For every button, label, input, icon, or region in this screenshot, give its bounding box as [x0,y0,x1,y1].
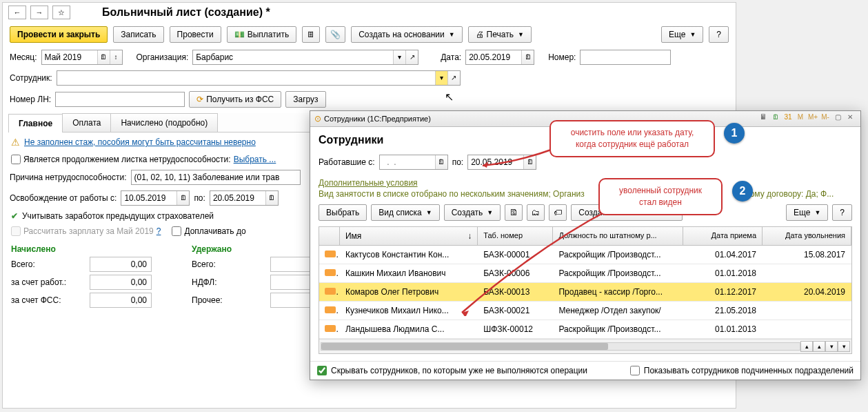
free-to-input[interactable]: 🗓 [210,190,279,206]
create-button[interactable]: Создать▼ [444,204,501,221]
calendar-icon[interactable]: 🗓 [176,191,189,205]
col-position[interactable]: Должность по штатному р... [553,227,683,245]
stepper-icon[interactable]: ↕ [110,50,122,64]
col-name[interactable]: Имя ↓ [340,227,478,245]
prev-insurers-label: Учитывать заработок предыдущих страховат… [22,211,214,221]
more-button[interactable]: Еще▼ [661,26,703,43]
forward-button[interactable]: → [30,6,48,19]
tab-pay[interactable]: Оплата [62,113,111,132]
cause-input[interactable] [131,170,301,185]
more2-button[interactable]: Еще▼ [786,204,828,221]
employee-icon [325,288,336,295]
show-sub-checkbox[interactable] [630,366,640,375]
payout-button[interactable]: 💵Выплатить [227,26,297,43]
employee-icon [325,325,336,332]
extra-conditions-link[interactable]: Дополнительные условия [319,178,852,188]
table-row[interactable]: Кашкин Михаил Иванович БАЗК-00006 Раскро… [319,264,851,283]
employee-label: Сотрудник: [10,73,52,83]
continuation-checkbox[interactable] [11,155,21,164]
calendar-icon[interactable]: 🗓 [265,191,278,205]
print-form-button[interactable]: 🗏 [302,26,320,43]
cell-name: Кузнечиков Михаил Нико... [340,302,478,320]
callout-badge-1: 1 [724,123,745,144]
worked-from-input[interactable]: 🗓 [379,155,448,170]
scroll-down-button[interactable]: ▾ [825,341,838,352]
post-button[interactable]: Провести [170,26,221,43]
col-fire[interactable]: Дата увольнения [763,227,851,245]
calendar-icon[interactable]: 🗓 [435,155,447,169]
cell-fire: 15.08.2017 [763,246,851,264]
employee-input[interactable]: ▾ ↗ [57,70,461,86]
worked-to-input[interactable]: 🗓 [467,155,536,170]
favorite-button[interactable]: ☆ [52,6,70,19]
save-button[interactable]: Записать [113,26,163,43]
table-row[interactable]: Ландышева Людмила С... ШФЗК-00012 Раскро… [319,320,851,339]
close-button[interactable]: ✕ [844,113,856,124]
recalc-help[interactable]: ? [157,226,161,236]
pick-button[interactable]: Выбрать [319,204,367,221]
extra-pay-checkbox[interactable] [172,226,181,236]
tag-button[interactable]: 🏷 [549,204,567,221]
calendar-icon[interactable]: 🗓 [523,155,536,169]
total-label: Всего: [11,259,87,269]
scroll-bottom-button[interactable]: ▾ [838,341,850,352]
warning-link[interactable]: Не заполнен стаж, пособия могут быть рас… [24,137,256,147]
view-button[interactable]: Вид списка▼ [371,204,439,221]
scroll-track[interactable] [321,342,800,351]
org-input[interactable]: ▾ ↗ [192,50,418,65]
scroll-up-button[interactable]: ▴ [813,341,825,352]
popup-title: Сотрудники (1С:Предприятие) [324,115,431,123]
payout-icon: 💵 [234,30,245,39]
col-tabno[interactable]: Таб. номер [478,227,553,245]
create-based-button[interactable]: Создать на основании▼ [351,26,462,43]
help2-button[interactable]: ? [832,204,852,221]
cell-hire: 01.04.2017 [683,246,763,264]
calc-icon[interactable]: 🖩 [757,113,769,124]
tab-accrued[interactable]: Начислено (подробно) [110,113,218,132]
table-row[interactable]: Кактусов Константин Кон... БАЗК-00001 Ра… [319,246,851,264]
scroll-thumb[interactable] [321,343,608,350]
cell-tabno: БАЗК-00006 [478,264,553,282]
total2-label: Всего: [192,259,268,269]
load-button[interactable]: Загруз [285,91,325,108]
card-button[interactable]: 🗂 [527,204,545,221]
copy-button[interactable]: 🖻 [505,204,523,221]
continuation-link[interactable]: Выбрать ... [234,155,276,164]
tab-main[interactable]: Главное [8,114,63,133]
col-hire[interactable]: Дата приема [683,227,763,245]
calendar2-icon[interactable]: 31 [782,113,794,124]
table-row[interactable]: Комаров Олег Петрович БАЗК-00013 Продаве… [319,283,851,302]
month-input[interactable]: 🗓 ↕ [41,50,123,65]
ln-input[interactable] [55,92,185,107]
accrued-header: Начислено [11,244,164,254]
dropdown-icon[interactable]: ▾ [393,50,405,64]
month-label: Месяц: [10,52,37,62]
continuation-label: Является продолжением листка нетрудоспос… [23,155,231,164]
open-icon[interactable]: ↗ [405,50,418,64]
grid-header: Имя ↓ Таб. номер Должность по штатному р… [319,227,851,246]
number-input[interactable] [580,50,671,65]
open-icon[interactable]: ↗ [447,71,460,85]
calendar-icon[interactable]: 🗓 [769,113,782,124]
mem-plus-button[interactable]: M+ [807,113,819,124]
employee-icon [325,251,336,257]
cell-hire: 21.05.2018 [683,302,763,320]
mem-button[interactable]: M [794,113,807,124]
hide-fired-checkbox[interactable] [317,366,327,375]
calendar-icon[interactable]: 🗓 [521,50,534,64]
dropdown-icon[interactable]: ▾ [435,71,447,85]
minimize-button[interactable]: ▢ [831,113,844,124]
date-input[interactable]: 🗓 [465,50,534,65]
post-close-button[interactable]: Провести и закрыть [10,26,108,43]
print-button[interactable]: 🖨Печать▼ [468,26,532,43]
calendar-icon[interactable]: 🗓 [97,50,110,64]
mem-minus-button[interactable]: M- [819,113,831,124]
get-fss-button[interactable]: ⟳Получить из ФСС [189,91,281,108]
free-from-input[interactable]: 🗓 [121,190,190,206]
scroll-top-button[interactable]: ▴ [800,341,813,352]
employee-icon [325,269,336,276]
help-button[interactable]: ? [709,26,729,43]
table-row[interactable]: Кузнечиков Михаил Нико... БАЗК-00021 Мен… [319,302,851,320]
back-button[interactable]: ← [8,6,26,19]
attach-button[interactable]: 📎 [325,26,345,43]
